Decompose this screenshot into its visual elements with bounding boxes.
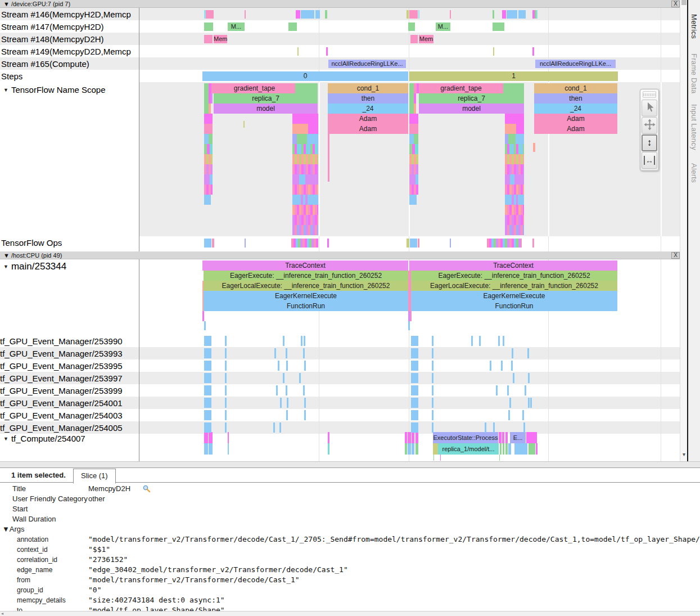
trace-event[interactable] xyxy=(295,83,318,93)
trace-event[interactable] xyxy=(204,104,209,114)
trace-event-replica-1-model-t-[interactable]: replica_1/model/t... xyxy=(438,443,499,455)
args-section-header[interactable]: ▼Args xyxy=(0,524,700,534)
trace-event-mem[interactable]: Mem xyxy=(419,35,433,43)
trace-event[interactable] xyxy=(512,348,513,358)
trace-event[interactable] xyxy=(292,225,318,235)
trace-event[interactable] xyxy=(304,410,306,420)
trace-event[interactable] xyxy=(408,432,411,443)
trace-event[interactable] xyxy=(409,10,418,19)
trace-event[interactable] xyxy=(292,205,318,215)
trace-event[interactable] xyxy=(432,410,433,420)
vertical-scrollbar-thumb[interactable] xyxy=(681,0,687,5)
trace-event[interactable] xyxy=(225,385,227,395)
trace-event-functionrun[interactable]: FunctionRun xyxy=(204,301,408,311)
toolbar-grip-handle[interactable] xyxy=(643,91,656,98)
trace-event[interactable] xyxy=(204,134,209,144)
trace-event[interactable] xyxy=(505,144,524,154)
trace-event[interactable] xyxy=(225,398,227,408)
trace-event[interactable] xyxy=(416,174,418,185)
trace-event[interactable] xyxy=(305,174,318,185)
trace-event[interactable] xyxy=(204,23,213,31)
trace-event[interactable] xyxy=(204,93,209,104)
trace-event[interactable] xyxy=(505,164,524,174)
side-tab-frame-data[interactable]: Frame Data xyxy=(690,53,698,94)
trace-event[interactable] xyxy=(509,398,511,408)
side-tab-alerts[interactable]: Alerts xyxy=(690,163,698,183)
trace-event[interactable] xyxy=(299,373,301,383)
trace-event[interactable] xyxy=(245,239,246,248)
trace-event-gradient-tape[interactable]: gradient_tape xyxy=(419,83,503,93)
trace-event[interactable] xyxy=(204,336,211,346)
trace-event[interactable] xyxy=(432,348,433,358)
trace-event[interactable] xyxy=(516,124,524,134)
trace-event[interactable] xyxy=(273,422,275,433)
trace-event[interactable] xyxy=(225,361,227,371)
side-tab-metrics[interactable]: Metrics xyxy=(690,14,698,39)
trace-event[interactable] xyxy=(505,443,508,455)
trace-event[interactable] xyxy=(283,336,284,346)
trace-event[interactable] xyxy=(328,443,329,455)
trace-event-adam[interactable]: Adam xyxy=(328,114,408,124)
trace-event-ncclallreduceringllke-[interactable]: ncclAllReduceRingLLKe... xyxy=(535,60,616,68)
trace-event[interactable] xyxy=(505,225,524,235)
trace-event[interactable] xyxy=(432,385,433,395)
trace-event[interactable] xyxy=(204,124,213,134)
trace-event[interactable] xyxy=(308,124,318,134)
trace-event[interactable] xyxy=(409,185,418,195)
trace-event-tracecontext[interactable]: TraceContext xyxy=(409,260,617,271)
trace-event-model[interactable]: model xyxy=(419,104,524,114)
trace-event-e-[interactable]: E... xyxy=(510,432,526,443)
trace-event[interactable] xyxy=(296,10,300,19)
trace-event[interactable] xyxy=(328,134,329,182)
trace-event[interactable] xyxy=(408,23,415,31)
trace-event[interactable] xyxy=(204,361,211,371)
trace-event[interactable] xyxy=(414,93,416,104)
trace-event[interactable] xyxy=(409,83,414,93)
trace-event[interactable] xyxy=(204,321,206,330)
tab-slice[interactable]: Slice (1) xyxy=(73,469,116,484)
trace-event[interactable] xyxy=(411,361,418,371)
trace-event[interactable] xyxy=(204,348,211,358)
trace-event[interactable] xyxy=(407,239,409,248)
trace-event-gradient-tape[interactable]: gradient_tape xyxy=(214,83,295,93)
vertical-scrollbar[interactable]: ▾ xyxy=(680,0,687,462)
trace-event[interactable] xyxy=(409,93,414,104)
trace-event[interactable] xyxy=(530,398,532,408)
trace-event[interactable] xyxy=(280,398,282,408)
trace-event[interactable] xyxy=(526,432,537,443)
trace-event[interactable] xyxy=(532,239,534,248)
trace-event[interactable] xyxy=(212,239,214,248)
trace-event[interactable] xyxy=(291,239,318,248)
trace-event[interactable] xyxy=(276,385,278,395)
side-tab-input-latency[interactable]: Input Latency xyxy=(690,104,698,150)
trace-event-then[interactable]: then xyxy=(534,93,617,104)
collapse-arrow-icon[interactable]: ▼ xyxy=(3,436,8,442)
trace-event[interactable] xyxy=(503,336,504,346)
trace-event[interactable] xyxy=(498,336,500,346)
trace-event[interactable] xyxy=(225,336,227,346)
trace-event-cond-1[interactable]: cond_1 xyxy=(328,83,408,93)
trace-event[interactable] xyxy=(529,443,535,455)
trace-event[interactable] xyxy=(301,336,302,346)
trace-event[interactable] xyxy=(411,373,418,383)
trace-event[interactable] xyxy=(245,10,246,19)
trace-event-model[interactable]: model xyxy=(214,104,318,114)
trace-event[interactable] xyxy=(432,373,433,383)
trace-event[interactable] xyxy=(292,174,299,185)
selection-tool-button[interactable] xyxy=(642,100,657,116)
collapse-arrow-icon[interactable]: ▼ xyxy=(3,264,8,269)
trace-event[interactable] xyxy=(432,336,433,346)
trace-event-executorstate-process[interactable]: ExecutorState::Process xyxy=(433,432,498,443)
trace-event[interactable] xyxy=(286,385,287,395)
trace-event[interactable] xyxy=(505,185,524,195)
trace-event[interactable] xyxy=(496,385,498,395)
trace-event[interactable] xyxy=(432,398,433,408)
trace-event[interactable] xyxy=(516,134,524,144)
trace-event[interactable] xyxy=(292,134,297,144)
trace-event[interactable] xyxy=(471,336,473,346)
trace-event[interactable] xyxy=(310,195,318,205)
trace-event[interactable] xyxy=(202,311,204,321)
gpu-section-close-button[interactable]: X xyxy=(671,1,680,7)
trace-event[interactable] xyxy=(416,443,418,455)
trace-event[interactable] xyxy=(225,373,227,383)
